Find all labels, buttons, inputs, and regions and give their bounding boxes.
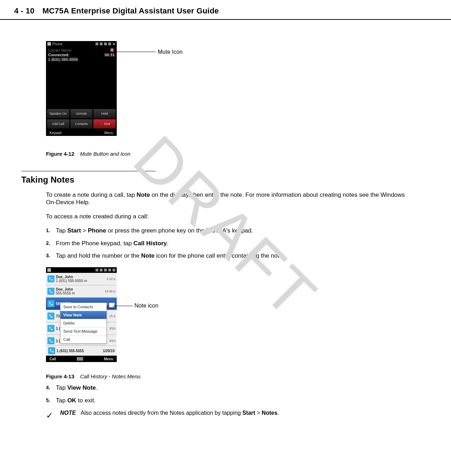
call-label: Call xyxy=(50,357,56,361)
note-block: ✓ NOTE Also access notes directly from t… xyxy=(46,410,430,420)
phone-screenshot-mute: Phone ✕ Carrier Name 🔇 xyxy=(46,41,117,136)
callout-line xyxy=(117,52,156,52)
list-item: Tap OK to exit. xyxy=(46,396,409,405)
section-heading: Taking Notes xyxy=(21,171,156,185)
context-menu-item: Save to Contacts xyxy=(60,303,106,311)
list-item: Tap View Note. xyxy=(46,384,409,392)
carrier-label: Carrier Name xyxy=(48,48,71,52)
paragraph: To access a note created during a call: xyxy=(46,213,409,220)
note-icon-callout: Note icon xyxy=(134,303,158,309)
phone-icon xyxy=(47,325,54,332)
phone-icon xyxy=(47,337,54,344)
phone-icon xyxy=(47,300,54,307)
list-item: Tap Start > Phone or press the green pho… xyxy=(46,226,409,235)
signal-icon xyxy=(96,42,98,45)
note-text: NOTE Also access notes directly from the… xyxy=(60,410,279,416)
guide-title: MC75A Enterprise Digital Assistant User … xyxy=(42,6,219,15)
note-icon xyxy=(109,303,115,308)
phone-icon xyxy=(47,312,54,320)
unmute-button: Unmute xyxy=(70,109,93,118)
battery-icon xyxy=(108,42,111,45)
battery-icon xyxy=(112,269,115,271)
menu-label: Menu xyxy=(104,357,113,361)
phone-icon xyxy=(47,275,54,282)
dialed-number: 1 (631) 555-5555 xyxy=(48,57,115,62)
hold-button: Hold xyxy=(93,109,116,118)
volume-icon xyxy=(104,42,107,45)
battery-icon xyxy=(108,269,111,271)
call-history-footer: 1 (631) 555-5555 1/20/10 xyxy=(46,345,117,356)
mute-icon: 🔇 xyxy=(110,48,115,52)
menu-label: Menu xyxy=(104,131,113,135)
figure-number: Figure 4-13 xyxy=(46,373,74,379)
call-history-row: Doe, John1 (631) 555-5555 m1:12 p xyxy=(46,273,117,285)
page-header: 4 - 10 MC75A Enterprise Digital Assistan… xyxy=(0,0,451,20)
signal-icon xyxy=(100,42,103,45)
keypad-label: Keypad xyxy=(50,131,62,135)
page-number: 4 - 10 xyxy=(14,6,34,15)
ordered-list: Tap View Note. Tap OK to exit. xyxy=(46,384,409,405)
context-menu-item: Send Text Message xyxy=(60,327,106,336)
ordered-list: Tap Start > Phone or press the green pho… xyxy=(46,226,409,260)
figure-caption: Figure 4-13 Call History - Notes Menu xyxy=(46,373,430,379)
context-menu-item: Delete xyxy=(60,319,106,327)
volume-icon xyxy=(104,269,107,271)
figure-caption: Figure 4-12 Mute Button and Icon xyxy=(46,151,430,157)
signal-icon xyxy=(96,269,98,271)
figure-title: Mute Button and Icon xyxy=(80,151,131,157)
phone-screenshot-call-history: Phone Doe, John1 (631) 555-5555 m1:12 pD… xyxy=(46,267,117,362)
add-call-button: Add Call xyxy=(47,119,69,128)
figure-number: Figure 4-12 xyxy=(46,151,74,157)
context-menu-item: View Note xyxy=(60,311,106,319)
signal-icon xyxy=(100,269,103,271)
keyboard-icon xyxy=(77,357,83,361)
speaker-button: Speaker On xyxy=(47,109,69,118)
mute-icon-callout: Mute Icon xyxy=(158,49,183,55)
phone-icon xyxy=(47,288,54,295)
context-menu: Save to ContactsView NoteDeleteSend Text… xyxy=(60,303,107,344)
paragraph: To create a note during a call, tap Note… xyxy=(46,191,409,206)
list-item: Tap and hold the number or the Note icon… xyxy=(46,252,409,260)
call-history-row: Doe, John555-5555 m12:46 p xyxy=(46,285,117,298)
windows-icon xyxy=(47,42,51,46)
contacts-button: Contacts xyxy=(70,119,93,128)
checkmark-icon: ✓ xyxy=(46,410,53,420)
callout-line xyxy=(115,306,133,306)
close-icon: ✕ xyxy=(112,42,115,46)
call-duration: 00:31 xyxy=(105,53,115,57)
context-menu-item: Call xyxy=(60,336,106,343)
connected-label: Connected: xyxy=(48,53,70,57)
app-title: Phone xyxy=(52,42,63,46)
windows-icon xyxy=(47,268,51,272)
figure-title: Call History - Notes Menu xyxy=(80,373,140,379)
phone-icon xyxy=(48,347,55,354)
app-title: Phone xyxy=(52,268,63,272)
list-item: From the Phone keypad, tap Call History. xyxy=(46,239,409,248)
end-button: 📞End xyxy=(93,119,116,128)
